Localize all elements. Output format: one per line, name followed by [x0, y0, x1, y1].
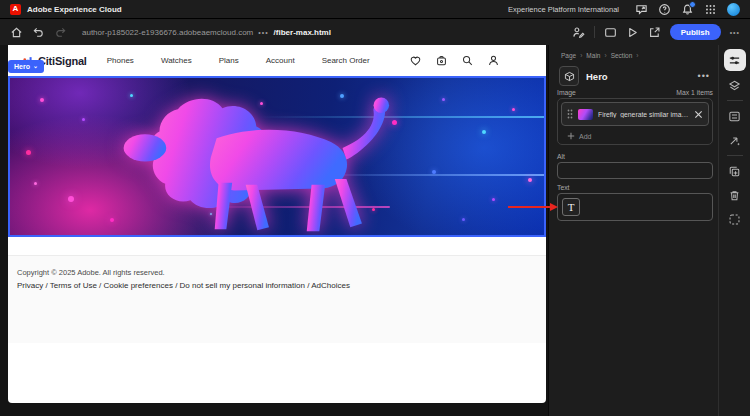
- editor-toolbar: [718, 45, 750, 416]
- site-header: CitiSignal Phones Watches Plans Account …: [8, 45, 546, 76]
- hero-badge-label: Hero: [14, 63, 30, 70]
- generate-variants-icon[interactable]: [725, 130, 745, 150]
- data-form-icon[interactable]: [725, 106, 745, 126]
- bokeh-dot: [528, 178, 532, 182]
- nav-item-account[interactable]: Account: [266, 56, 295, 65]
- breadcrumb-main[interactable]: Main: [586, 52, 600, 59]
- bokeh-dot: [462, 218, 465, 221]
- divider: [594, 26, 595, 38]
- image-item-row[interactable]: Firefly_generate similar images but r...: [561, 102, 709, 126]
- nav-item-phones[interactable]: Phones: [107, 56, 134, 65]
- notification-badge: [689, 1, 696, 8]
- component-placeholder-icon[interactable]: [725, 209, 745, 229]
- text-label: Text: [557, 184, 569, 191]
- citisignal-logo-text: CitiSignal: [38, 55, 87, 67]
- feedback-icon[interactable]: [635, 3, 648, 16]
- nav-item-watches[interactable]: Watches: [161, 56, 192, 65]
- duplicate-icon[interactable]: [725, 161, 745, 181]
- workspace-name: Experience Platform International: [508, 5, 619, 14]
- alt-input[interactable]: [557, 162, 713, 179]
- neon-lion-illustration: [36, 82, 436, 237]
- image-thumbnail: [578, 109, 593, 120]
- add-label: Add: [579, 133, 591, 140]
- bokeh-dot: [512, 108, 515, 111]
- image-item-name: Firefly_generate similar images but r...: [598, 111, 689, 118]
- bokeh-dot: [492, 198, 495, 201]
- footer-links[interactable]: Privacy / Terms of Use / Cookie preferen…: [17, 281, 546, 290]
- component-cube-icon: [559, 66, 579, 86]
- plus-icon: [567, 132, 575, 140]
- content-tree-icon[interactable]: [725, 75, 745, 95]
- url-ellipsis: •••: [258, 29, 268, 36]
- breadcrumb-section[interactable]: Section: [611, 52, 633, 59]
- viewport-icon[interactable]: [604, 26, 617, 39]
- user-avatar[interactable]: [727, 3, 740, 16]
- user-edit-icon[interactable]: [572, 26, 585, 39]
- chevron-right-icon: ›: [636, 52, 638, 59]
- open-external-icon[interactable]: [648, 26, 661, 39]
- footer-copyright: Copyright © 2025 Adobe. All rights reser…: [17, 268, 546, 277]
- site-header-icons: [409, 54, 500, 67]
- home-icon[interactable]: [10, 26, 23, 39]
- image-label: Image: [557, 89, 576, 96]
- help-icon[interactable]: [658, 3, 671, 16]
- url-page: /fiber-max.html: [274, 28, 331, 37]
- nav-item-search-order[interactable]: Search Order: [322, 56, 370, 65]
- image-section-header: Image Max 1 items: [557, 89, 713, 96]
- properties-tool-icon[interactable]: [724, 49, 746, 71]
- breadcrumb: Page › Main › Section ›: [561, 52, 638, 59]
- chevron-right-icon: ›: [580, 52, 582, 59]
- image-items-container: Firefly_generate similar images but r...…: [557, 98, 713, 145]
- notifications-icon[interactable]: [681, 3, 694, 16]
- component-title-row: Hero •••: [559, 66, 710, 86]
- hero-component-badge[interactable]: Hero ⌄: [8, 60, 44, 73]
- max-items-label: Max 1 items: [676, 89, 713, 96]
- alt-label: Alt: [557, 153, 565, 160]
- nav-item-plans[interactable]: Plans: [219, 56, 239, 65]
- adobe-logo-icon: A: [10, 4, 21, 15]
- chevron-right-icon: ›: [604, 52, 606, 59]
- toolbar-divider: [727, 155, 743, 156]
- top-bar: A Adobe Experience Cloud Experience Plat…: [0, 0, 750, 19]
- toolbar-divider: [727, 100, 743, 101]
- panel-more-icon[interactable]: •••: [698, 71, 710, 81]
- editor-chrome-bar: author-p185022-e1936676.adobeaemcloud.co…: [0, 19, 750, 45]
- remove-item-icon[interactable]: [694, 110, 703, 119]
- apps-grid-icon[interactable]: [704, 3, 717, 16]
- site-nav: Phones Watches Plans Account Search Orde…: [107, 56, 370, 65]
- chrome-more-icon[interactable]: •••: [730, 29, 740, 36]
- text-richtext-field[interactable]: T: [557, 193, 713, 221]
- site-footer: Copyright © 2025 Adobe. All rights reser…: [8, 255, 546, 343]
- search-icon[interactable]: [461, 54, 474, 67]
- url-host: author-p185022-e1936676.adobeaemcloud.co…: [82, 28, 253, 37]
- text-format-button[interactable]: T: [562, 198, 580, 216]
- site-preview-frame: CitiSignal Phones Watches Plans Account …: [8, 45, 546, 403]
- breadcrumb-page[interactable]: Page: [561, 52, 576, 59]
- app-window: A Adobe Experience Cloud Experience Plat…: [0, 0, 750, 416]
- cart-bag-icon[interactable]: [435, 54, 448, 67]
- delete-trash-icon[interactable]: [725, 185, 745, 205]
- bokeh-dot: [26, 150, 31, 155]
- account-person-icon[interactable]: [487, 54, 500, 67]
- drag-handle-icon[interactable]: [567, 109, 573, 119]
- undo-icon[interactable]: [32, 26, 45, 39]
- bokeh-dot: [482, 130, 486, 134]
- chevron-down-icon: ⌄: [33, 63, 38, 69]
- publish-button[interactable]: Publish: [670, 24, 721, 40]
- app-title: Adobe Experience Cloud: [27, 5, 122, 14]
- preview-icon[interactable]: [626, 26, 639, 39]
- url-bar[interactable]: author-p185022-e1936676.adobeaemcloud.co…: [82, 28, 331, 37]
- redo-icon[interactable]: [54, 26, 67, 39]
- add-image-button[interactable]: Add: [567, 132, 591, 140]
- properties-panel: Page › Main › Section › Hero ••• Image M…: [548, 45, 718, 416]
- component-title: Hero: [586, 71, 608, 82]
- hero-image-block[interactable]: [8, 76, 546, 237]
- bokeh-dot: [442, 98, 445, 101]
- wishlist-heart-icon[interactable]: [409, 54, 422, 67]
